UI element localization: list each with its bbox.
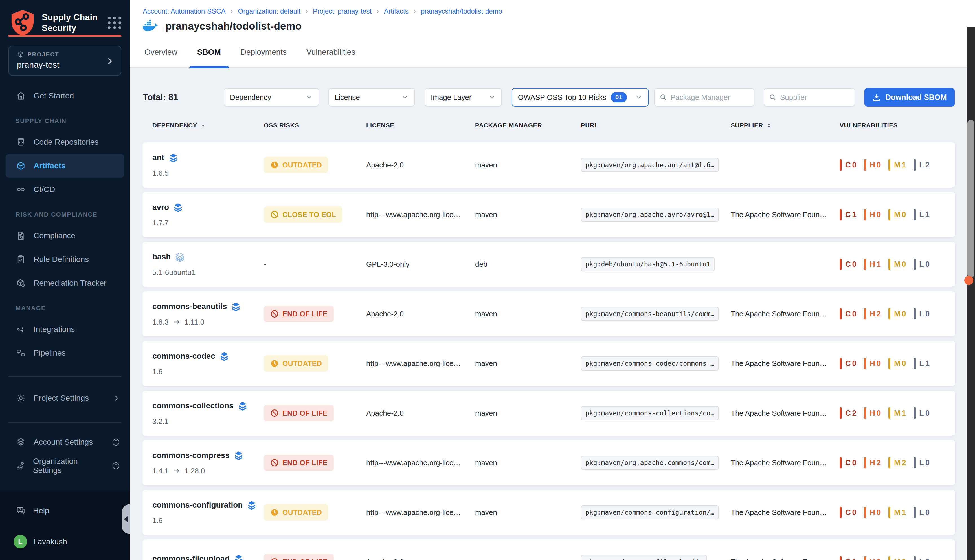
package-manager-search-input[interactable] [671,93,749,102]
sidebar-item-code-repositories[interactable]: Code Repositories [0,130,130,154]
table-row-commons-codec[interactable]: commons-codec1.6OUTDATEDhttp---www.apach… [142,341,955,386]
purl-value[interactable]: pkg:maven/org.apache.avro/avro@1… [581,208,719,222]
layers-icon [173,202,183,212]
table-row-commons-beanutils[interactable]: commons-beanutils1.8.31.11.0END OF LIFEA… [142,291,955,337]
breadcrumb-project[interactable]: Project: pranay-test [313,7,372,15]
brand-row: Supply Chain Security [10,9,122,37]
sort-desc-icon [200,122,206,128]
breadcrumb-separator: › [377,7,379,15]
layers-icon [219,351,229,361]
medium-count: M0 [888,556,908,560]
dependency-filter-dropdown[interactable]: Dependency [224,88,319,107]
dependency-name: bash [152,252,171,262]
supplier-cell: The Apache Software Foun… [731,341,827,386]
supplier-search-input[interactable] [780,93,850,102]
column-supplier[interactable]: SUPPLIER [731,122,772,129]
package-manager-cell: maven [475,490,497,535]
sidebar-item-help[interactable]: ? Help [0,499,130,522]
high-count: H2 [864,308,883,320]
app-switcher-icon[interactable] [108,17,122,29]
license-filter-dropdown[interactable]: License [328,88,415,107]
integrations-icon [15,325,26,334]
critical-count: C0 [840,507,858,518]
high-count: H0 [864,556,883,560]
tab-vulnerabilities[interactable]: Vulnerabilities [305,37,357,68]
table-row-ant[interactable]: ant1.6.5OUTDATEDApache-2.0mavenpkg:maven… [142,142,955,188]
vulnerabilities-cell: C0H1M0L0 [840,242,937,287]
table-row-commons-collections[interactable]: commons-collections3.2.1END OF LIFEApach… [142,390,955,436]
medium-count: M0 [888,258,908,270]
sidebar-item-integrations[interactable]: Integrations [0,318,130,341]
low-count: L0 [914,258,931,270]
table-row-bash[interactable]: bash5.1-6ubuntu1-GPL-3.0-onlydebpkg:deb/… [142,242,955,287]
table-row-commons-compress[interactable]: commons-compress1.4.11.28.0END OF LIFEht… [142,440,955,485]
docker-icon [142,20,159,33]
license-cell: GPL-3.0-only [366,242,409,287]
purl-value[interactable]: pkg:deb/ubuntu/bash@5.1-6ubuntu1 [581,257,715,271]
user-menu[interactable]: L Lavakush [0,530,130,553]
owasp-oss-risks-filter-dropdown[interactable]: OWASP OSS Top 10 Risks 01 [512,88,649,107]
layers-icon [234,554,244,560]
page-title: pranaycshah/todolist-demo [165,20,302,32]
table-row-commons-fileupload[interactable]: commons-fileuploadEND OF LIFEApache-2.0p… [142,539,955,560]
sidebar-item-account-settings[interactable]: Account Settings [0,430,130,454]
dependency-name: commons-collections [152,401,234,410]
scrollbar-thumb[interactable] [967,120,974,278]
sidebar-item-pipelines[interactable]: Pipelines [0,341,130,365]
oss-risk-empty: - [264,260,266,269]
table-row-avro[interactable]: avro1.7.7CLOSE TO EOLhttp---www.apache.o… [142,192,955,237]
sidebar-item-ci-cd[interactable]: CI/CD [0,178,130,201]
dependency-name: commons-codec [152,352,215,361]
fix-version: 1.11.0 [185,318,204,327]
sidebar-item-get-started[interactable]: Get Started [0,84,130,108]
oss-risks-cell: END OF LIFE [264,440,334,485]
purl-value[interactable]: pkg:maven/commons-codec/commons-… [581,357,719,370]
svg-text:?: ? [19,507,21,512]
table-header: DEPENDENCY OSS RISKS LICENSE PACKAGE MAN… [130,122,975,135]
purl-value[interactable]: pkg:maven/commons-collections/co… [581,406,719,420]
tab-deployments[interactable]: Deployments [239,37,288,68]
supplier-cell: The Apache Software Foun… [731,539,827,560]
purl-value[interactable]: pkg:maven/commons-fileupload/… [581,555,707,560]
sidebar-item-compliance[interactable]: Compliance [0,224,130,248]
sidebar-item-organization-settings[interactable]: Organization Settings [0,454,130,478]
sidebar-item-rule-definitions[interactable]: Rule Definitions [0,248,130,271]
vulnerabilities-cell: C0H0M1L2 [840,142,937,188]
sidebar-collapse-handle[interactable] [122,504,130,534]
sidebar-item-label: Get Started [33,92,74,100]
layers-icon [168,153,178,163]
dependency-version: 1.4.11.28.0 [152,467,205,475]
breadcrumb-artifact-name[interactable]: pranaycshah/todolist-demo [421,7,502,15]
sidebar-item-project-settings[interactable]: Project Settings [0,386,130,410]
scrollbar[interactable] [967,27,975,560]
tab-overview[interactable]: Overview [143,37,179,68]
sidebar-divider [8,422,121,423]
image-layer-filter-dropdown[interactable]: Image Layer [424,88,502,107]
sidebar-item-artifacts[interactable]: Artifacts [6,154,124,178]
breadcrumb-organization[interactable]: Organization: default [238,7,300,15]
org-chart-gear-icon [15,461,26,471]
supplier-search [764,88,855,107]
package-manager-cell: maven [475,192,497,237]
sidebar-item-remediation-tracker[interactable]: Remediation Tracker [0,271,130,295]
tab-sbom[interactable]: SBOM [195,37,223,68]
purl-value[interactable]: pkg:maven/org.apache.ant/ant@1.6… [581,158,719,172]
oss-risk-label: END OF LIFE [282,558,327,560]
dependency-name: commons-compress [152,451,230,460]
info-icon [112,438,120,447]
breadcrumb-artifacts[interactable]: Artifacts [384,7,409,15]
purl-value[interactable]: pkg:maven/commons-configuration/… [581,505,719,519]
dropdown-label: Image Layer [431,93,472,102]
breadcrumb-account[interactable]: Account: Automation-SSCA [143,7,225,15]
project-selector[interactable]: PROJECT pranay-test [8,46,121,75]
download-sbom-button[interactable]: Download SBOM [865,88,955,107]
table-row-commons-configuration[interactable]: commons-configuration1.6OUTDATEDhttp---w… [142,490,955,535]
purl-value[interactable]: pkg:maven/commons-beanutils/comm… [581,307,719,321]
sidebar-item-label: Rule Definitions [33,255,89,264]
help-chat-icon: ? [15,506,26,516]
dependency-cell: commons-fileupload [152,539,244,560]
purl-value[interactable]: pkg:maven/org.apache.commons/com… [581,456,719,470]
vulnerabilities-cell: C2H0M1L0 [840,390,937,436]
column-dependency[interactable]: DEPENDENCY [152,122,206,129]
license-cell: Apache-2.0 [366,291,404,337]
